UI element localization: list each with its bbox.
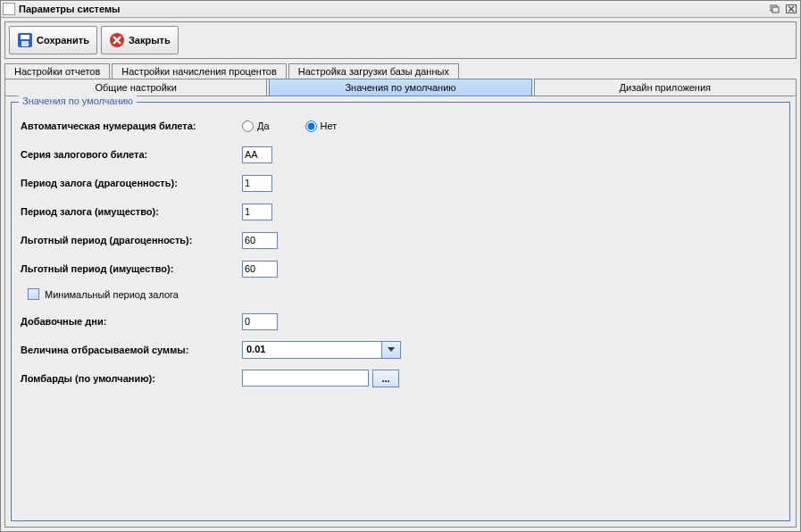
svg-marker-11	[388, 347, 395, 352]
svg-rect-7	[21, 41, 29, 46]
group-defaults: Значения по умолчанию Автоматическая нум…	[11, 102, 790, 521]
label-auto-num: Автоматическая нумерация билета:	[21, 121, 242, 131]
ellipsis-icon: ...	[381, 373, 389, 384]
label-period-prec: Период залога (драгоценность):	[21, 178, 242, 188]
save-button-label: Сохранить	[37, 35, 89, 46]
min-period-label: Минимальный период залога	[45, 289, 179, 300]
window: Параметры системы Сохранить	[0, 0, 801, 532]
chevron-down-icon[interactable]	[381, 342, 400, 358]
close-button[interactable]: Закрыть	[101, 26, 179, 54]
tab-reports[interactable]: Настройки отчетов	[4, 63, 110, 79]
svg-rect-6	[21, 35, 29, 39]
radio-no-input[interactable]	[305, 121, 317, 132]
tab-row-2: Общие настройки Значения по умолчанию Ди…	[4, 78, 797, 96]
tab-defaults[interactable]: Значения по умолчанию	[269, 79, 531, 96]
save-button[interactable]: Сохранить	[9, 26, 97, 54]
period-prec-input[interactable]	[242, 175, 272, 192]
label-pawnshops: Ломбарды (по умолчанию):	[21, 373, 242, 384]
close-window-icon[interactable]	[784, 3, 798, 15]
close-button-label: Закрыть	[129, 35, 171, 46]
tab-dbload[interactable]: Настройка загрузки базы данных	[288, 63, 459, 79]
label-discard: Величина отбрасываемой суммы:	[21, 345, 242, 355]
discard-combo[interactable]: 0.01	[242, 341, 401, 359]
radio-no-label: Нет	[321, 121, 338, 131]
label-period-prop: Период залога (имущество):	[21, 206, 242, 217]
close-icon	[109, 32, 125, 48]
label-series: Серия залогового билета:	[21, 149, 242, 160]
pawnshops-input[interactable]	[242, 370, 369, 387]
discard-value: 0.01	[243, 342, 381, 358]
maximize-icon[interactable]	[768, 3, 782, 15]
add-days-input[interactable]	[242, 313, 278, 330]
label-add-days: Добавочные дни:	[21, 316, 242, 327]
tab-general[interactable]: Общие настройки	[4, 79, 267, 96]
min-period-row[interactable]: Минимальный период залога	[28, 288, 780, 300]
pawnshops-picker-button[interactable]: ...	[372, 370, 399, 387]
grace-prop-input[interactable]	[242, 261, 278, 278]
label-grace-prec: Льготный период (драгоценность):	[21, 235, 242, 245]
radio-yes-label: Да	[257, 121, 270, 131]
group-title: Значения по умолчанию	[19, 96, 137, 106]
window-title: Параметры системы	[19, 4, 766, 14]
label-grace-prop: Льготный период (имущество):	[21, 263, 242, 274]
tab-design[interactable]: Дизайн приложения	[534, 79, 797, 96]
min-period-checkbox[interactable]	[28, 288, 39, 300]
tab-strip: Настройки отчетов Настройки начисления п…	[4, 62, 797, 96]
radio-yes-input[interactable]	[242, 121, 254, 132]
svg-rect-1	[772, 7, 779, 12]
tab-interest[interactable]: Настройки начисления процентов	[112, 63, 287, 79]
radio-no[interactable]: Нет	[305, 121, 338, 132]
window-icon	[3, 3, 15, 15]
toolbar: Сохранить Закрыть	[4, 21, 797, 59]
titlebar: Параметры системы	[1, 1, 800, 18]
save-icon	[17, 32, 33, 48]
tab-row-1: Настройки отчетов Настройки начисления п…	[4, 62, 797, 79]
period-prop-input[interactable]	[242, 204, 272, 220]
series-input[interactable]	[242, 146, 272, 163]
radio-yes[interactable]: Да	[242, 121, 270, 132]
grace-prec-input[interactable]	[242, 232, 278, 249]
content-panel: Значения по умолчанию Автоматическая нум…	[4, 96, 797, 528]
